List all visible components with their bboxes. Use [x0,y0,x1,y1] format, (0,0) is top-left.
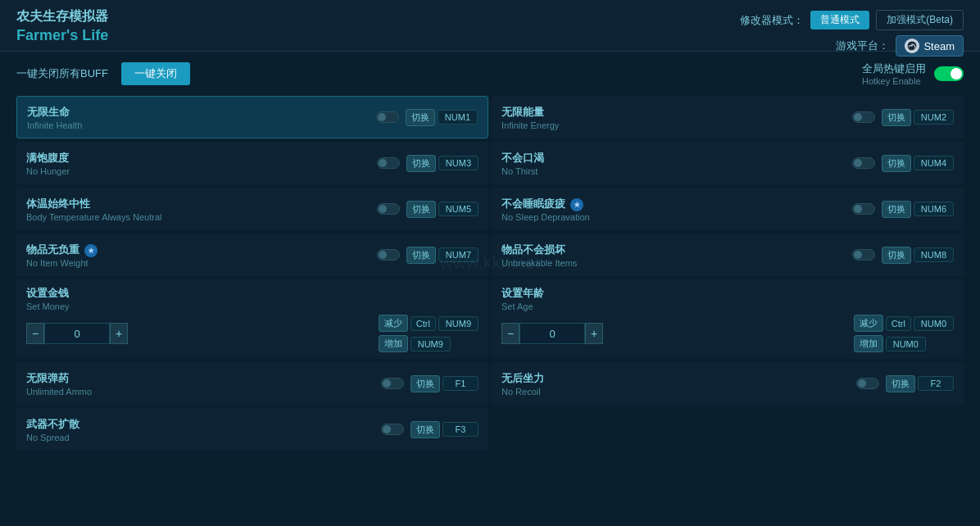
toggle-infinite-energy[interactable] [852,111,875,123]
empty-cell [492,408,964,451]
set-money-text: 设置金钱 Set Money [26,286,479,311]
toggle-no-recoil[interactable] [856,378,879,389]
money-dec-keys: 减少 Ctrl NUM9 [379,315,479,332]
cheat-no-spread: 武器不扩散 No Spread 切换 F3 [16,408,488,451]
cheat-text-no-spread: 武器不扩散 No Spread [26,417,374,442]
key-switch-no-sleep[interactable]: 切换 [882,201,911,218]
key-switch-unbreakable[interactable]: 切换 [882,247,911,264]
item-weight-badge: ★ [84,244,98,257]
key-group-no-thirst: 切换 NUM4 [882,155,954,172]
cheat-cn-unbreakable: 物品不会损坏 [501,243,846,257]
toggle-no-thirst[interactable] [852,157,875,169]
cheat-body-temp: 体温始终中性 Body Temperature Always Neutral 切… [16,188,488,230]
set-age-row: 设置年龄 Set Age − + 减少 Ctrl NUM0 [492,279,964,359]
toggle-body-temp[interactable] [377,203,400,215]
cheat-text-body-temp: 体温始终中性 Body Temperature Always Neutral [26,197,370,222]
cheat-en-no-spread: No Spread [26,433,374,442]
toggle-no-item-weight[interactable] [377,249,400,261]
platform-row: 游戏平台： Steam [836,35,964,57]
money-increment[interactable]: + [110,323,128,344]
toggle-no-spread[interactable] [381,424,404,435]
key-switch-no-thirst[interactable]: 切换 [882,155,911,172]
cheat-text-infinite-health: 无限生命 Infinite Health [27,105,370,130]
top-bar-right: 全局热键启用 Hotkey Enable [862,61,964,86]
top-bar: 一键关闭所有BUFF 一键关闭 全局热键启用 Hotkey Enable [16,61,964,86]
cheat-grid-row3: 体温始终中性 Body Temperature Always Neutral 切… [16,188,964,230]
cheat-text-infinite-energy: 无限能量 Infinite Energy [501,105,846,130]
key-num-no-spread: F3 [442,422,479,437]
age-inc-switch[interactable]: 增加 [854,335,883,352]
cheat-cn-no-spread: 武器不扩散 [26,417,374,432]
cheat-en-no-sleep: No Sleep Depravation [501,212,846,222]
age-inc-num: NUM0 [886,337,926,351]
age-increment[interactable]: + [585,323,603,344]
cheat-unbreakable: 物品不会损坏 Unbreakable Items 切换 NUM8 [492,234,964,276]
cheat-cn-infinite-health: 无限生命 [27,105,370,120]
key-num-infinite-energy: NUM2 [914,110,954,125]
top-bar-left: 一键关闭所有BUFF 一键关闭 [16,62,190,85]
key-switch-no-spread[interactable]: 切换 [411,421,440,438]
key-switch-no-item-weight[interactable]: 切换 [406,247,436,264]
cheat-en-infinite-energy: Infinite Energy [501,120,846,130]
key-group-body-temp: 切换 NUM5 [406,201,479,218]
money-input[interactable] [44,323,110,344]
key-switch-no-recoil[interactable]: 切换 [886,375,915,392]
money-inc-keys: 增加 NUM9 [379,335,479,352]
money-decrement[interactable]: − [26,323,44,344]
key-switch-unlimited-ammo[interactable]: 切换 [411,375,440,392]
key-group-no-recoil: 切换 F2 [886,375,954,392]
cheat-cn-no-item-weight: 物品无负重 ★ [26,243,370,257]
hotkey-en-label: Hotkey Enable [862,76,926,86]
cheat-en-no-item-weight: No Item Weight [26,258,370,268]
key-group-infinite-health: 切换 NUM1 [406,109,478,126]
key-switch-infinite-energy[interactable]: 切换 [882,109,911,126]
one-key-button[interactable]: 一键关闭 [121,62,190,85]
cheat-grid-bottom: 无限弹药 Unlimited Ammo 切换 F1 无后坐力 No Recoil… [16,362,964,405]
cheat-text-no-recoil: 无后坐力 No Recoil [501,371,850,397]
main-content: 一键关闭所有BUFF 一键关闭 全局热键启用 Hotkey Enable 无限生… [0,52,980,460]
cheat-cn-no-thirst: 不会口渴 [501,151,846,166]
key-switch-no-hunger[interactable]: 切换 [406,155,436,172]
cheat-no-sleep: 不会睡眠疲疲 ★ No Sleep Depravation 切换 NUM6 [492,188,964,230]
money-inc-switch[interactable]: 增加 [379,335,408,352]
key-group-no-spread: 切换 F3 [411,421,479,438]
cheat-en-infinite-health: Infinite Health [27,120,370,130]
age-keys: 减少 Ctrl NUM0 增加 NUM0 [854,315,954,352]
toggle-no-sleep[interactable] [852,203,875,215]
key-switch-body-temp[interactable]: 切换 [406,201,436,218]
toggle-unbreakable[interactable] [852,249,875,261]
age-input[interactable] [519,323,585,344]
key-group-infinite-energy: 切换 NUM2 [882,109,954,126]
hotkey-toggle[interactable] [934,66,964,81]
key-num-unbreakable: NUM8 [914,247,954,262]
key-group-unlimited-ammo: 切换 F1 [411,375,479,392]
steam-icon [905,39,919,53]
money-input-wrapper: − + [26,323,128,344]
key-switch-infinite-health[interactable]: 切换 [406,109,435,126]
toggle-unlimited-ammo[interactable] [381,378,404,389]
cheat-cn-infinite-energy: 无限能量 [501,105,846,120]
cheat-en-no-recoil: No Recoil [501,387,850,397]
money-dec-switch[interactable]: 减少 [379,315,408,332]
toggle-no-hunger[interactable] [377,157,400,169]
platform-label: 游戏平台： [836,39,889,53]
cheat-no-hunger: 满饱腹度 No Hunger 切换 NUM3 [16,142,488,184]
cheat-unlimited-ammo: 无限弹药 Unlimited Ammo 切换 F1 [16,362,488,405]
cheat-infinite-health: 无限生命 Infinite Health 切换 NUM1 [16,96,488,138]
age-decrement[interactable]: − [501,323,519,344]
steam-label: Steam [923,40,955,52]
cheat-cn-body-temp: 体温始终中性 [26,197,370,211]
set-age-text: 设置年龄 Set Age [501,286,954,311]
cheat-no-thirst: 不会口渴 No Thirst 切换 NUM4 [492,142,964,184]
cheat-grid-no-spread: 武器不扩散 No Spread 切换 F3 [16,408,964,451]
mode-beta-button[interactable]: 加强模式(Beta) [876,10,964,30]
toggle-infinite-health[interactable] [376,111,399,123]
cheat-infinite-energy: 无限能量 Infinite Energy 切换 NUM2 [492,96,964,138]
age-dec-switch[interactable]: 减少 [854,315,883,332]
set-money-en: Set Money [26,302,479,311]
set-money-cn: 设置金钱 [26,286,479,301]
cheat-grid-row1: 无限生命 Infinite Health 切换 NUM1 无限能量 Infini… [16,96,964,138]
key-num-no-hunger: NUM3 [438,156,479,170]
hotkey-cn-label: 全局热键启用 [862,61,926,76]
mode-normal-button[interactable]: 普通模式 [810,11,869,29]
